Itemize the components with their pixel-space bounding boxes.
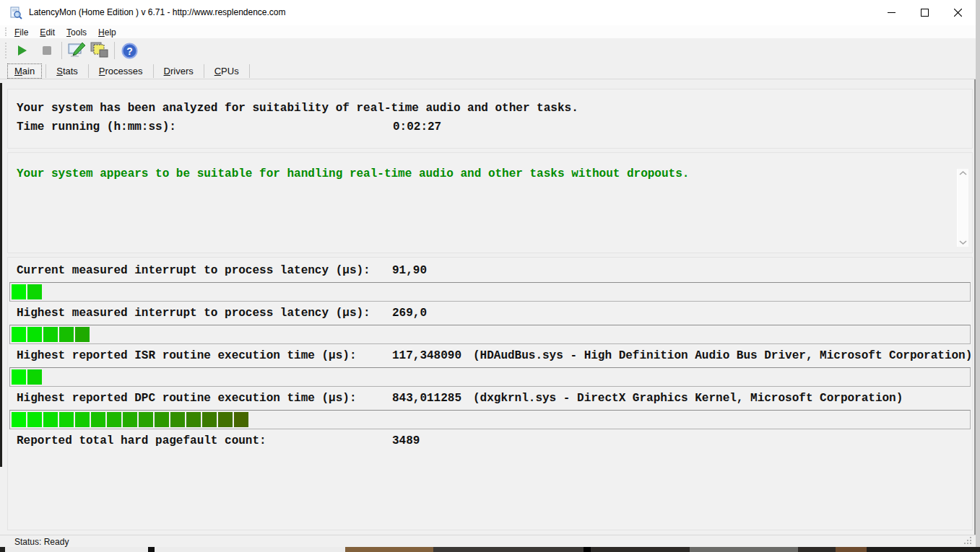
metric-driver-info: (dxgkrnl.sys - DirectX Graphics Kernel, … bbox=[473, 393, 903, 404]
tab-separator bbox=[88, 64, 89, 78]
analysis-headline: Your system has been analyzed for suitab… bbox=[17, 99, 972, 118]
status-text: Status: Ready bbox=[14, 537, 69, 547]
metric-value: 117,348090 bbox=[392, 350, 461, 362]
bar-segment bbox=[75, 412, 90, 427]
copy-report-button[interactable] bbox=[90, 40, 110, 61]
minimize-button[interactable] bbox=[875, 0, 908, 25]
latencymon-window: LatencyMon (Home Edition ) v 6.71 - http… bbox=[0, 0, 980, 552]
tab-processes[interactable]: Processes bbox=[92, 64, 149, 78]
resize-grip[interactable] bbox=[970, 543, 971, 544]
metric-label-row: Highest reported DPC routine execution t… bbox=[8, 393, 972, 404]
metric-label: Current measured interrupt to process la… bbox=[17, 264, 370, 277]
bar-segment bbox=[170, 412, 185, 427]
window-titlebar: LatencyMon (Home Edition ) v 6.71 - http… bbox=[0, 0, 980, 25]
metric-label-row: Current measured interrupt to process la… bbox=[8, 265, 972, 276]
desktop-fragment bbox=[584, 547, 591, 552]
bar-segment bbox=[59, 327, 74, 342]
desktop-fragment bbox=[0, 547, 5, 552]
tab-separator bbox=[153, 64, 154, 78]
tab-separator bbox=[204, 64, 204, 78]
desktop-fragment bbox=[433, 547, 584, 552]
analyze-icon bbox=[67, 42, 86, 59]
bar-segment bbox=[155, 412, 169, 427]
scrollbar-up-icon[interactable] bbox=[959, 170, 967, 176]
maximize-button[interactable] bbox=[908, 0, 941, 25]
desktop-fragment bbox=[798, 547, 836, 552]
metric-value: 843,011285 bbox=[392, 393, 461, 404]
time-running-value: 0:02:27 bbox=[393, 118, 441, 136]
status-bar: Status: Ready bbox=[0, 535, 980, 547]
metric-label: Highest reported ISR routine execution t… bbox=[17, 349, 356, 362]
bar-segment bbox=[139, 412, 153, 427]
close-button[interactable] bbox=[941, 0, 974, 25]
menu-item-file[interactable]: File bbox=[9, 26, 34, 39]
tab-stats[interactable]: Stats bbox=[50, 64, 84, 78]
stop-icon bbox=[43, 46, 51, 55]
time-running-label: Time running (h:mm:ss): bbox=[17, 121, 176, 133]
desktop-fragment bbox=[5, 547, 148, 552]
tab-bar: MainStatsProcessesDriversCPUs bbox=[0, 63, 980, 79]
menu-item-help[interactable]: Help bbox=[92, 26, 122, 39]
bar-segment bbox=[186, 412, 201, 427]
help-icon: ? bbox=[121, 43, 138, 59]
menubar-gripper[interactable] bbox=[5, 27, 6, 36]
copy-icon bbox=[90, 42, 109, 59]
metric-value: 91,90 bbox=[392, 265, 427, 276]
bar-segment bbox=[12, 369, 26, 385]
bar-segment bbox=[75, 327, 90, 342]
result-message-panel: Your system appears to be suitable for h… bbox=[7, 152, 973, 253]
analysis-summary-panel: Your system has been analyzed for suitab… bbox=[7, 89, 973, 149]
tab-drivers[interactable]: Drivers bbox=[157, 64, 200, 78]
help-button[interactable]: ? bbox=[119, 40, 139, 61]
bar-segment bbox=[91, 412, 105, 427]
desktop-fragment bbox=[345, 547, 433, 552]
bar-segment bbox=[218, 412, 233, 427]
desktop-fragment bbox=[155, 547, 345, 552]
scrollbar-down-icon[interactable] bbox=[959, 240, 967, 245]
desktop-fragment bbox=[591, 547, 690, 552]
message-scrollbar[interactable] bbox=[957, 169, 968, 247]
close-icon bbox=[954, 9, 962, 17]
time-running-row: Time running (h:mm:ss): 0:02:27 bbox=[17, 118, 972, 136]
bar-segment bbox=[43, 412, 58, 427]
toolbar-gripper[interactable] bbox=[5, 43, 6, 58]
play-icon bbox=[17, 45, 27, 56]
bar-segment bbox=[202, 412, 217, 427]
latency-bar bbox=[9, 410, 971, 429]
stop-monitor-button[interactable] bbox=[37, 40, 57, 61]
metric-driver-info: (HDAudBus.sys - High Definition Audio Bu… bbox=[473, 350, 972, 362]
latency-bar bbox=[9, 282, 971, 302]
tab-separator bbox=[45, 64, 46, 78]
bar-segment bbox=[27, 369, 42, 385]
menu-bar: FileEditToolsHelp bbox=[0, 25, 980, 38]
window-title: LatencyMon (Home Edition ) v 6.71 - http… bbox=[29, 7, 286, 17]
bar-segment bbox=[12, 284, 26, 299]
metric-label-row: Reported total hard pagefault count:3489 bbox=[8, 435, 972, 447]
metric-value: 269,0 bbox=[392, 307, 427, 319]
analysis-headline-text: Your system has been analyzed for suitab… bbox=[17, 102, 578, 115]
latency-bar bbox=[9, 367, 971, 387]
metric-label: Reported total hard pagefault count: bbox=[17, 434, 266, 447]
metric-label: Highest measured interrupt to process la… bbox=[17, 307, 370, 320]
start-monitor-button[interactable] bbox=[12, 40, 32, 61]
desktop-bottom-fragment bbox=[0, 547, 980, 552]
menu-item-tools[interactable]: Tools bbox=[61, 26, 92, 39]
analyze-button[interactable] bbox=[66, 40, 87, 61]
window-right-border-line bbox=[974, 79, 976, 535]
bar-segment bbox=[59, 412, 74, 427]
latency-metrics-panel: Current measured interrupt to process la… bbox=[7, 257, 973, 530]
bar-segment bbox=[12, 327, 26, 342]
metric-label: Highest reported DPC routine execution t… bbox=[17, 392, 356, 405]
desktop-fragment bbox=[690, 547, 798, 552]
tab-main[interactable]: Main bbox=[7, 63, 42, 79]
svg-text:?: ? bbox=[126, 45, 133, 56]
analysis-message: Your system appears to be suitable for h… bbox=[17, 167, 972, 180]
desktop-fragment bbox=[148, 547, 155, 552]
menu-item-edit[interactable]: Edit bbox=[34, 26, 61, 39]
bar-segment bbox=[43, 327, 58, 342]
metric-label-row: Highest measured interrupt to process la… bbox=[8, 307, 972, 319]
minimize-icon bbox=[888, 9, 896, 17]
desktop-left-fragment bbox=[0, 83, 2, 467]
app-icon bbox=[9, 6, 22, 19]
tab-cpus[interactable]: CPUs bbox=[208, 64, 246, 78]
